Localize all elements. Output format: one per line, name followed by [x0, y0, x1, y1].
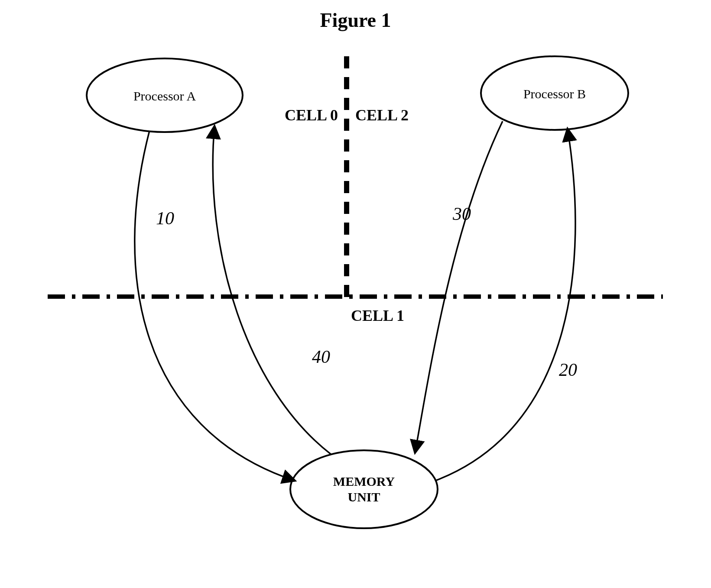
label-cell-1: CELL 1: [351, 307, 404, 325]
node-processor-a: Processor A: [87, 58, 243, 132]
node-processor-b: Processor B: [481, 56, 628, 130]
page: Figure 1 Processor A Processor B: [0, 0, 711, 588]
label-cell-2: CELL 2: [355, 106, 409, 124]
label-edge-40: 40: [312, 346, 330, 367]
node-memory-unit: MEMORY UNIT: [290, 450, 438, 528]
node-processor-a-label: Processor A: [133, 89, 196, 103]
diagram: Processor A Processor B MEMORY UNIT: [43, 48, 667, 559]
node-memory-unit-label-1: MEMORY: [333, 474, 395, 488]
diagram-svg: Processor A Processor B MEMORY UNIT: [43, 48, 667, 559]
label-edge-20: 20: [559, 359, 577, 380]
label-edge-10: 10: [156, 208, 174, 229]
node-memory-unit-label-2: UNIT: [347, 490, 380, 504]
label-edge-30: 30: [453, 204, 471, 224]
edge-20: [435, 129, 575, 481]
figure-title: Figure 1: [0, 9, 711, 32]
edge-10: [135, 131, 295, 481]
label-cell-0: CELL 0: [282, 106, 338, 124]
edge-40: [213, 126, 331, 455]
svg-point-2: [290, 450, 438, 528]
edge-30: [415, 121, 503, 452]
node-processor-b-label: Processor B: [523, 87, 586, 101]
